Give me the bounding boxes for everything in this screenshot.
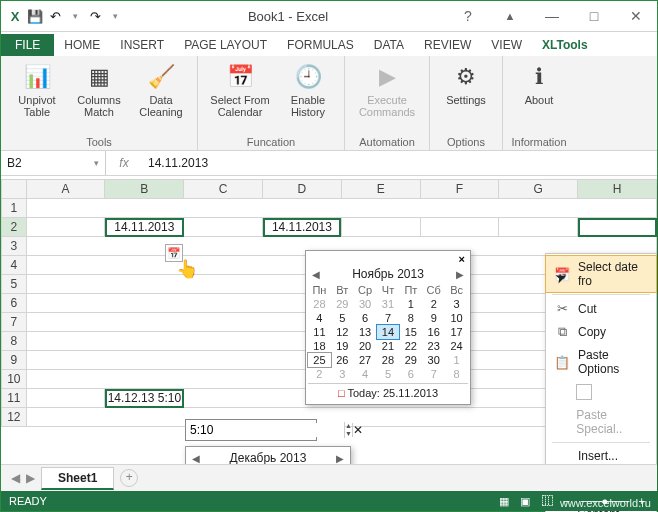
col-header-h[interactable]: H (578, 180, 657, 199)
cal-day[interactable]: 3 (331, 367, 354, 381)
sheet-nav-prev-icon[interactable]: ◀ (11, 471, 20, 485)
cal-day[interactable]: 30 (354, 297, 377, 311)
row-header-1[interactable]: 1 (2, 199, 27, 218)
cal-day[interactable]: 24 (445, 339, 468, 353)
col-header-d[interactable]: D (263, 180, 342, 199)
tab-formulas[interactable]: FORMULAS (277, 34, 364, 56)
cal-day[interactable]: 29 (399, 353, 422, 367)
cal-day[interactable]: 28 (308, 297, 331, 311)
cal-day[interactable]: 27 (354, 353, 377, 367)
formula-value[interactable]: 14.11.2013 (142, 156, 657, 170)
cal-day[interactable]: 17 (445, 325, 468, 339)
cal-day[interactable]: 31 (377, 297, 400, 311)
spin-down-icon[interactable]: ▼ (345, 430, 352, 438)
cell-a2[interactable] (26, 218, 105, 237)
col-header-f[interactable]: F (420, 180, 499, 199)
view-normal-icon[interactable]: ▦ (499, 495, 509, 507)
cal-day[interactable]: 14 (377, 325, 400, 339)
cal-day[interactable]: 7 (377, 311, 400, 325)
help-icon[interactable]: ? (453, 8, 483, 24)
cal-dec-next-icon[interactable]: ▶ (336, 453, 344, 464)
row-header-8[interactable]: 8 (2, 332, 27, 351)
cal-day[interactable]: 8 (399, 311, 422, 325)
time-spinner[interactable]: ▲▼ (344, 422, 352, 438)
cell-c2[interactable] (184, 218, 263, 237)
tab-xltools[interactable]: XLTools (532, 34, 598, 56)
cal-day[interactable]: 5 (331, 311, 354, 325)
ribbon-collapse-icon[interactable]: ▲ (495, 10, 525, 22)
select-all-corner[interactable] (2, 180, 27, 199)
col-header-e[interactable]: E (341, 180, 420, 199)
cal-day[interactable]: 4 (308, 311, 331, 325)
cell-b2[interactable]: 14.11.2013 (105, 218, 184, 237)
time-close-icon[interactable]: ✕ (352, 423, 363, 437)
cal-day[interactable]: 19 (331, 339, 354, 353)
row-header-10[interactable]: 10 (2, 370, 27, 389)
menu-paste-sub[interactable] (546, 380, 656, 404)
cal-prev-icon[interactable]: ◀ (312, 269, 320, 280)
col-header-c[interactable]: C (184, 180, 263, 199)
calendar-today-footer[interactable]: □ Today: 25.11.2013 (308, 383, 468, 402)
cal-day[interactable]: 8 (445, 367, 468, 381)
cal-day[interactable]: 2 (422, 297, 445, 311)
maximize-icon[interactable]: □ (579, 8, 609, 24)
time-picker[interactable]: ▲▼ ✕ (185, 419, 317, 441)
new-sheet-icon[interactable]: + (120, 469, 138, 487)
cal-next-icon[interactable]: ▶ (456, 269, 464, 280)
cell-h2[interactable] (578, 218, 657, 237)
minimize-icon[interactable]: — (537, 8, 567, 24)
fx-icon[interactable]: fx (106, 156, 142, 170)
cal-day[interactable]: 1 (445, 353, 468, 367)
row-header-11[interactable]: 11 (2, 389, 27, 408)
view-pagebreak-icon[interactable]: ⿲ (542, 495, 553, 507)
unpivot-table-button[interactable]: 📊Unpivot Table (9, 58, 65, 136)
cal-day[interactable]: 10 (445, 311, 468, 325)
cell-b11[interactable]: 14.12.13 5:10 (105, 389, 184, 408)
select-from-calendar-button[interactable]: 📅Select From Calendar (206, 58, 274, 136)
row-header-6[interactable]: 6 (2, 294, 27, 313)
menu-cut[interactable]: ✂Cut (546, 297, 656, 320)
tab-insert[interactable]: INSERT (110, 34, 174, 56)
cal-day[interactable]: 7 (422, 367, 445, 381)
cal-day[interactable]: 23 (422, 339, 445, 353)
cal-dec-prev-icon[interactable]: ◀ (192, 453, 200, 464)
cal-day[interactable]: 28 (377, 353, 400, 367)
tab-data[interactable]: DATA (364, 34, 414, 56)
col-header-b[interactable]: B (105, 180, 184, 199)
cal-day[interactable]: 13 (354, 325, 377, 339)
undo-drop-icon[interactable]: ▾ (67, 8, 83, 24)
cal-day[interactable]: 25 (308, 353, 331, 367)
undo-icon[interactable]: ↶ (47, 8, 63, 24)
row-header-2[interactable]: 2 (2, 218, 27, 237)
cal-day[interactable]: 26 (331, 353, 354, 367)
tab-review[interactable]: REVIEW (414, 34, 481, 56)
row-header-5[interactable]: 5 (2, 275, 27, 294)
menu-paste-options[interactable]: 📋Paste Options (546, 344, 656, 380)
cal-day[interactable]: 5 (377, 367, 400, 381)
cal-day[interactable]: 2 (308, 367, 331, 381)
columns-match-button[interactable]: ▦Columns Match (71, 58, 127, 136)
enable-history-button[interactable]: 🕘Enable History (280, 58, 336, 136)
menu-copy[interactable]: ⧉Copy (546, 320, 656, 344)
cal-day[interactable]: 6 (399, 367, 422, 381)
row-header-7[interactable]: 7 (2, 313, 27, 332)
qat-customize-icon[interactable]: ▾ (107, 8, 123, 24)
redo-icon[interactable]: ↷ (87, 8, 103, 24)
cal-day[interactable]: 29 (331, 297, 354, 311)
cal-day[interactable]: 9 (422, 311, 445, 325)
calendar-grid-november[interactable]: ПнВтСрЧтПтСбВс28293031123456789101112131… (308, 283, 468, 381)
cal-day[interactable]: 12 (331, 325, 354, 339)
cal-day[interactable]: 6 (354, 311, 377, 325)
save-icon[interactable]: 💾 (27, 8, 43, 24)
cell-d2[interactable]: 14.11.2013 (263, 218, 342, 237)
calendar-close-icon[interactable]: × (308, 253, 468, 265)
cell-f2[interactable] (420, 218, 499, 237)
col-header-g[interactable]: G (499, 180, 578, 199)
name-box[interactable]: B2▾ (1, 151, 106, 175)
row-header-4[interactable]: 4 (2, 256, 27, 275)
col-header-a[interactable]: A (26, 180, 105, 199)
cal-day[interactable]: 3 (445, 297, 468, 311)
close-icon[interactable]: ✕ (621, 8, 651, 24)
cal-day[interactable]: 15 (399, 325, 422, 339)
sheet-tab-sheet1[interactable]: Sheet1 (41, 467, 114, 490)
